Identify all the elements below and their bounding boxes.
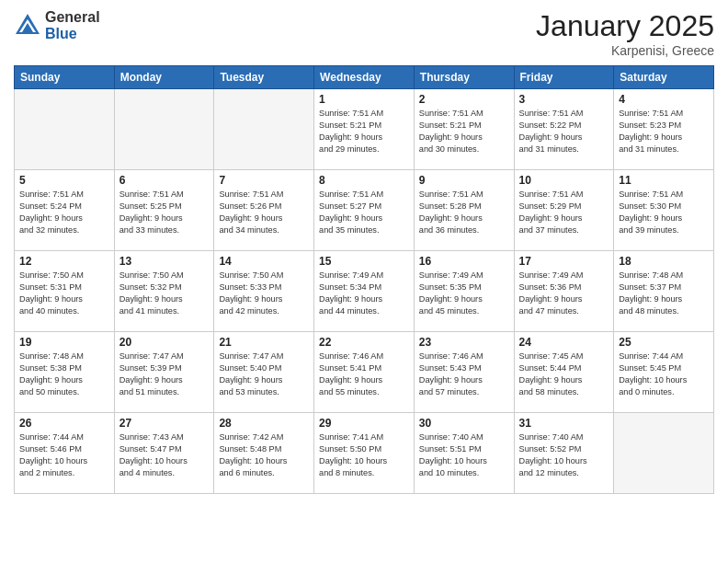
location: Karpenisi, Greece [536,43,714,58]
week-row-2: 5Sunrise: 7:51 AM Sunset: 5:24 PM Daylig… [15,170,714,251]
week-row-1: 1Sunrise: 7:51 AM Sunset: 5:21 PM Daylig… [15,89,714,170]
table-cell [614,413,714,494]
table-cell: 9Sunrise: 7:51 AM Sunset: 5:28 PM Daylig… [414,170,514,251]
day-info: Sunrise: 7:50 AM Sunset: 5:32 PM Dayligh… [119,270,210,317]
week-row-4: 19Sunrise: 7:48 AM Sunset: 5:38 PM Dayli… [15,332,714,413]
header-saturday: Saturday [614,66,714,89]
day-number: 31 [519,417,609,430]
day-info: Sunrise: 7:51 AM Sunset: 5:28 PM Dayligh… [419,189,509,236]
day-number: 8 [319,174,409,187]
day-number: 25 [619,336,709,349]
day-number: 26 [19,417,109,430]
table-cell: 6Sunrise: 7:51 AM Sunset: 5:25 PM Daylig… [114,170,214,251]
header-thursday: Thursday [414,66,514,89]
day-number: 7 [219,174,309,187]
day-info: Sunrise: 7:48 AM Sunset: 5:37 PM Dayligh… [619,270,709,317]
day-info: Sunrise: 7:41 AM Sunset: 5:50 PM Dayligh… [319,431,409,479]
day-number: 22 [319,336,409,349]
logo-blue-text: Blue [45,26,100,42]
table-cell: 16Sunrise: 7:49 AM Sunset: 5:35 PM Dayli… [414,251,514,332]
day-info: Sunrise: 7:51 AM Sunset: 5:23 PM Dayligh… [619,108,709,155]
day-info: Sunrise: 7:40 AM Sunset: 5:51 PM Dayligh… [419,431,509,479]
table-cell: 1Sunrise: 7:51 AM Sunset: 5:21 PM Daylig… [314,89,415,170]
title-section: January 2025 Karpenisi, Greece [536,9,714,58]
weekday-header-row: Sunday Monday Tuesday Wednesday Thursday… [15,66,714,89]
table-cell [214,89,314,170]
table-cell: 8Sunrise: 7:51 AM Sunset: 5:27 PM Daylig… [314,170,415,251]
header-sunday: Sunday [15,66,115,89]
day-info: Sunrise: 7:44 AM Sunset: 5:45 PM Dayligh… [619,350,709,398]
day-number: 3 [519,93,609,106]
day-info: Sunrise: 7:51 AM Sunset: 5:29 PM Dayligh… [519,189,609,236]
table-cell: 26Sunrise: 7:44 AM Sunset: 5:46 PM Dayli… [15,413,115,494]
day-info: Sunrise: 7:48 AM Sunset: 5:38 PM Dayligh… [19,350,109,398]
day-number: 20 [119,336,210,349]
table-cell: 28Sunrise: 7:42 AM Sunset: 5:48 PM Dayli… [214,413,314,494]
day-info: Sunrise: 7:51 AM Sunset: 5:27 PM Dayligh… [319,189,409,236]
day-number: 13 [119,255,210,268]
day-number: 21 [219,336,309,349]
day-number: 6 [119,174,210,187]
day-number: 27 [119,417,210,430]
day-info: Sunrise: 7:49 AM Sunset: 5:35 PM Dayligh… [419,270,509,317]
logo-icon [14,12,41,40]
day-info: Sunrise: 7:44 AM Sunset: 5:46 PM Dayligh… [19,431,109,479]
day-info: Sunrise: 7:50 AM Sunset: 5:33 PM Dayligh… [219,270,309,317]
day-info: Sunrise: 7:51 AM Sunset: 5:21 PM Dayligh… [319,108,409,155]
day-number: 29 [319,417,409,430]
header: General Blue January 2025 Karpenisi, Gre… [14,9,714,58]
day-number: 30 [419,417,509,430]
table-cell: 18Sunrise: 7:48 AM Sunset: 5:37 PM Dayli… [614,251,714,332]
logo: General Blue [14,9,100,41]
table-cell: 15Sunrise: 7:49 AM Sunset: 5:34 PM Dayli… [314,251,415,332]
table-cell: 21Sunrise: 7:47 AM Sunset: 5:40 PM Dayli… [214,332,314,413]
table-cell: 27Sunrise: 7:43 AM Sunset: 5:47 PM Dayli… [114,413,214,494]
day-info: Sunrise: 7:42 AM Sunset: 5:48 PM Dayligh… [219,431,309,479]
table-cell: 10Sunrise: 7:51 AM Sunset: 5:29 PM Dayli… [514,170,614,251]
table-cell [15,89,115,170]
day-number: 12 [19,255,109,268]
logo-general-text: General [45,9,100,26]
day-info: Sunrise: 7:51 AM Sunset: 5:30 PM Dayligh… [619,189,709,236]
day-info: Sunrise: 7:51 AM Sunset: 5:22 PM Dayligh… [519,108,609,155]
header-monday: Monday [114,66,214,89]
table-cell: 2Sunrise: 7:51 AM Sunset: 5:21 PM Daylig… [414,89,514,170]
table-cell: 14Sunrise: 7:50 AM Sunset: 5:33 PM Dayli… [214,251,314,332]
table-cell: 7Sunrise: 7:51 AM Sunset: 5:26 PM Daylig… [214,170,314,251]
day-info: Sunrise: 7:51 AM Sunset: 5:24 PM Dayligh… [19,189,109,236]
day-info: Sunrise: 7:43 AM Sunset: 5:47 PM Dayligh… [119,431,210,479]
day-info: Sunrise: 7:47 AM Sunset: 5:40 PM Dayligh… [219,350,309,398]
table-cell: 20Sunrise: 7:47 AM Sunset: 5:39 PM Dayli… [114,332,214,413]
week-row-3: 12Sunrise: 7:50 AM Sunset: 5:31 PM Dayli… [15,251,714,332]
day-info: Sunrise: 7:49 AM Sunset: 5:36 PM Dayligh… [519,270,609,317]
table-cell: 12Sunrise: 7:50 AM Sunset: 5:31 PM Dayli… [15,251,115,332]
table-cell: 4Sunrise: 7:51 AM Sunset: 5:23 PM Daylig… [614,89,714,170]
month-title: January 2025 [536,9,714,43]
day-number: 1 [319,93,409,106]
day-number: 4 [619,93,709,106]
day-number: 19 [19,336,109,349]
table-cell: 23Sunrise: 7:46 AM Sunset: 5:43 PM Dayli… [414,332,514,413]
table-cell: 13Sunrise: 7:50 AM Sunset: 5:32 PM Dayli… [114,251,214,332]
day-info: Sunrise: 7:40 AM Sunset: 5:52 PM Dayligh… [519,431,609,479]
day-info: Sunrise: 7:51 AM Sunset: 5:21 PM Dayligh… [419,108,509,155]
day-number: 11 [619,174,709,187]
header-wednesday: Wednesday [314,66,415,89]
day-number: 23 [419,336,509,349]
table-cell [114,89,214,170]
table-cell: 31Sunrise: 7:40 AM Sunset: 5:52 PM Dayli… [514,413,614,494]
header-tuesday: Tuesday [214,66,314,89]
day-number: 18 [619,255,709,268]
logo-text: General Blue [45,9,100,41]
table-cell: 17Sunrise: 7:49 AM Sunset: 5:36 PM Dayli… [514,251,614,332]
table-cell: 11Sunrise: 7:51 AM Sunset: 5:30 PM Dayli… [614,170,714,251]
day-number: 15 [319,255,409,268]
day-info: Sunrise: 7:49 AM Sunset: 5:34 PM Dayligh… [319,270,409,317]
day-info: Sunrise: 7:50 AM Sunset: 5:31 PM Dayligh… [19,270,109,317]
table-cell: 24Sunrise: 7:45 AM Sunset: 5:44 PM Dayli… [514,332,614,413]
day-number: 28 [219,417,309,430]
table-cell: 25Sunrise: 7:44 AM Sunset: 5:45 PM Dayli… [614,332,714,413]
day-number: 14 [219,255,309,268]
day-number: 24 [519,336,609,349]
day-number: 9 [419,174,509,187]
